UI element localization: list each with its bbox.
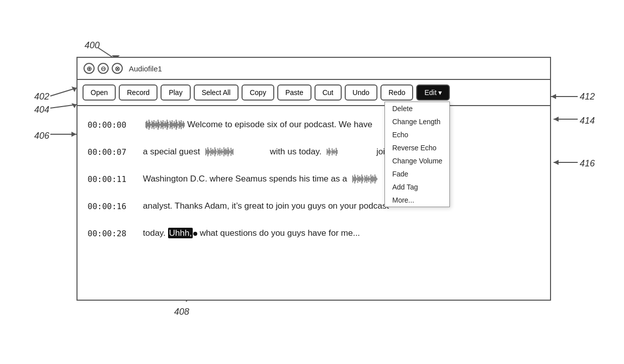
- paste-button[interactable]: Paste: [277, 84, 311, 101]
- annotation-400: 400: [85, 40, 100, 51]
- transcript-line-3: 00:00:11 Washington D.C. where Seamus sp…: [77, 165, 550, 193]
- waveform-1: [145, 118, 185, 132]
- dropdown-item-fade[interactable]: Fade: [385, 167, 449, 180]
- title-bar: ⊕ ⊖ ⊗ Audiofile1: [77, 58, 550, 80]
- redo-button[interactable]: Redo: [380, 84, 413, 101]
- timestamp-4: 00:00:16: [88, 202, 143, 211]
- annotation-412: 412: [580, 92, 595, 102]
- svg-marker-14: [554, 160, 559, 165]
- transcript-line-1: 00:00:00 Welcome to episode six of our p…: [77, 111, 550, 138]
- dropdown-item-echo[interactable]: Echo: [385, 128, 449, 141]
- annotation-402: 402: [34, 92, 49, 102]
- edit-dropdown: Delete Change Length Echo Reverse Echo C…: [384, 102, 450, 207]
- text-cursor: [193, 232, 197, 236]
- annotation-408: 408: [174, 307, 189, 317]
- record-button[interactable]: Record: [119, 84, 158, 101]
- svg-line-4: [50, 105, 76, 108]
- dropdown-item-add-tag[interactable]: Add Tag: [385, 180, 449, 194]
- svg-marker-7: [71, 132, 76, 137]
- timestamp-2: 00:00:07: [88, 147, 143, 157]
- svg-marker-3: [71, 86, 76, 92]
- app-window: ⊕ ⊖ ⊗ Audiofile1 Open Record Play Select…: [76, 57, 551, 301]
- svg-marker-12: [554, 117, 559, 122]
- undo-button[interactable]: Undo: [345, 84, 377, 101]
- annotation-406: 406: [34, 131, 49, 141]
- line-1-text: Welcome to episode six of our podcast. W…: [187, 119, 540, 131]
- transcript-line-2: 00:00:07 a special guest with us today.: [77, 138, 550, 165]
- dropdown-item-more[interactable]: More...: [385, 194, 449, 207]
- line-4-text: analyst. Thanks Adam, it’s great to join…: [143, 200, 540, 212]
- line-2-text: a special guest with us today.: [143, 146, 540, 158]
- copy-button[interactable]: Copy: [242, 84, 274, 101]
- dropdown-item-reverse-echo[interactable]: Reverse Echo: [385, 141, 449, 154]
- transcript-line-5: 00:00:28 today. Uhhh, what questions do …: [77, 220, 550, 247]
- edit-button[interactable]: Edit ▾: [416, 84, 450, 101]
- dropdown-item-change-length[interactable]: Change Length: [385, 115, 449, 128]
- svg-line-2: [50, 88, 76, 96]
- annotation-404: 404: [34, 105, 49, 115]
- line-3-text: Washington D.C. where Seamus spends his …: [143, 173, 540, 186]
- window-controls: ⊕ ⊖ ⊗: [84, 63, 123, 74]
- text-after-highlight: what questions do you guys have for me..…: [197, 228, 360, 238]
- dropdown-item-change-volume[interactable]: Change Volume: [385, 154, 449, 167]
- svg-marker-5: [71, 103, 76, 108]
- annotation-414: 414: [580, 116, 595, 126]
- cut-button[interactable]: Cut: [315, 84, 342, 101]
- timestamp-1: 00:00:00: [88, 120, 143, 130]
- line-5-text: today. Uhhh, what questions do you guys …: [143, 227, 540, 239]
- edit-menu-wrapper: Edit ▾ Delete Change Length Echo Reverse…: [416, 84, 450, 101]
- content-area: 00:00:00 Welcome to episode six of our p…: [77, 106, 550, 300]
- highlighted-word: Uhhh,: [168, 228, 193, 238]
- add-button[interactable]: ⊕: [84, 63, 95, 74]
- text-before-highlight: today.: [143, 228, 168, 238]
- select-all-button[interactable]: Select All: [194, 84, 239, 101]
- timestamp-3: 00:00:11: [88, 174, 143, 184]
- timestamp-5: 00:00:28: [88, 229, 143, 238]
- play-button[interactable]: Play: [161, 84, 190, 101]
- close-button[interactable]: ⊗: [112, 63, 123, 74]
- transcript-line-4: 00:00:16 analyst. Thanks Adam, it’s grea…: [77, 193, 550, 220]
- svg-marker-10: [551, 94, 556, 99]
- dropdown-item-delete[interactable]: Delete: [385, 102, 449, 115]
- window-title: Audiofile1: [129, 64, 162, 73]
- open-button[interactable]: Open: [83, 84, 116, 101]
- toolbar: Open Record Play Select All Copy Paste C…: [77, 80, 550, 106]
- annotation-416: 416: [580, 158, 595, 169]
- minimize-button[interactable]: ⊖: [98, 63, 109, 74]
